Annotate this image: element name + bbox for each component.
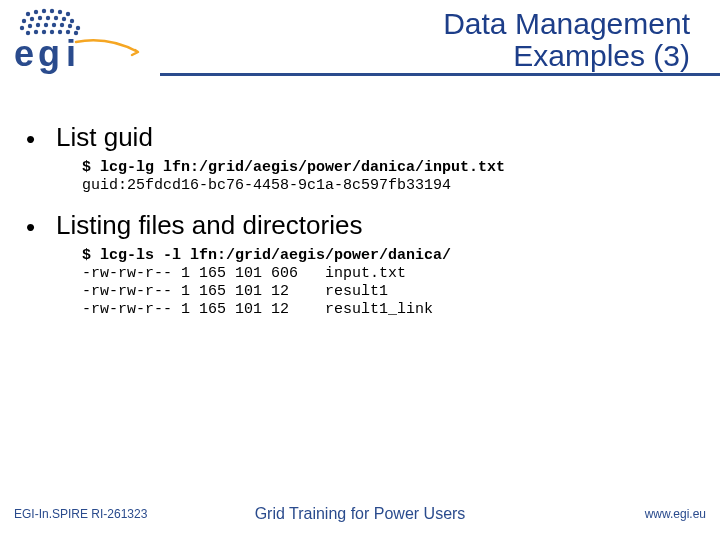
footer-left-text: EGI-In.SPIRE RI-261323 xyxy=(14,507,147,521)
svg-point-16 xyxy=(44,23,48,27)
bullet-heading: Listing files and directories xyxy=(56,210,362,241)
svg-point-7 xyxy=(30,17,34,21)
bullet-item: • Listing files and directories xyxy=(26,210,694,241)
svg-point-4 xyxy=(58,10,62,14)
command-output: guid:25fdcd16-bc76-4458-9c1a-8c597fb3319… xyxy=(82,177,451,194)
bullet-marker: • xyxy=(26,122,56,153)
egi-logo: e g i xyxy=(0,0,160,78)
bullet-heading: List guid xyxy=(56,122,153,153)
slide-footer: EGI-In.SPIRE RI-261323 Grid Training for… xyxy=(0,494,720,540)
svg-point-0 xyxy=(26,12,30,16)
command-line: $ lcg-lg lfn:/grid/aegis/power/danica/in… xyxy=(82,159,505,176)
code-block: $ lcg-lg lfn:/grid/aegis/power/danica/in… xyxy=(82,159,694,196)
svg-point-15 xyxy=(36,23,40,27)
svg-point-2 xyxy=(42,9,46,13)
svg-point-12 xyxy=(70,19,74,23)
svg-point-1 xyxy=(34,10,38,14)
svg-point-17 xyxy=(52,23,56,27)
svg-point-11 xyxy=(62,17,66,21)
title-line-2: Examples (3) xyxy=(160,40,690,72)
svg-point-20 xyxy=(76,26,80,30)
svg-point-13 xyxy=(20,26,24,30)
footer-url: www.egi.eu xyxy=(645,507,706,521)
command-output: -rw-rw-r-- 1 165 101 606 input.txt -rw-r… xyxy=(82,265,433,319)
svg-text:g: g xyxy=(38,33,60,74)
svg-point-14 xyxy=(28,24,32,28)
slide-header: e g i Data Management Examples (3) xyxy=(0,0,720,90)
bullet-item: • List guid xyxy=(26,122,694,153)
logo-text: e xyxy=(14,33,34,74)
command-line: $ lcg-ls -l lfn:/grid/aegis/power/danica… xyxy=(82,247,451,264)
bullet-marker: • xyxy=(26,210,56,241)
svg-point-9 xyxy=(46,16,50,20)
svg-point-19 xyxy=(68,24,72,28)
svg-point-6 xyxy=(22,19,26,23)
svg-point-10 xyxy=(54,16,58,20)
svg-point-8 xyxy=(38,16,42,20)
svg-text:i: i xyxy=(66,33,76,74)
svg-point-5 xyxy=(66,12,70,16)
code-block: $ lcg-ls -l lfn:/grid/aegis/power/danica… xyxy=(82,247,694,320)
slide-content: • List guid $ lcg-lg lfn:/grid/aegis/pow… xyxy=(0,90,720,320)
title-line-1: Data Management xyxy=(160,8,690,40)
slide-title: Data Management Examples (3) xyxy=(160,0,720,76)
svg-point-18 xyxy=(60,23,64,27)
svg-point-3 xyxy=(50,9,54,13)
